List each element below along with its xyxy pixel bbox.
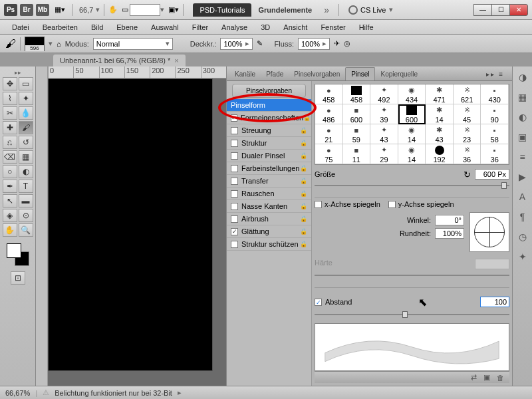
screen-mode-icon[interactable]: ▣▾ [168, 5, 179, 14]
menu-bearbeiten[interactable]: Bearbeiten [36, 21, 84, 33]
panel-tab[interactable]: Kopierquelle [375, 68, 423, 80]
eraser-tool[interactable]: ⌫ [3, 150, 17, 164]
brush-option-item[interactable]: Airbrush🔒 [227, 213, 311, 225]
brush-cell[interactable]: ✱14 [426, 104, 454, 124]
lasso-tool[interactable]: ⌇ [3, 92, 17, 105]
brush-preset-swatch[interactable] [25, 37, 45, 51]
new-icon[interactable]: ▣ [483, 373, 490, 382]
tablet-opacity-icon[interactable]: ✎ [257, 39, 263, 48]
workspace-more-icon[interactable]: » [324, 5, 329, 15]
history-tool[interactable]: ↺ [19, 136, 33, 149]
brush-cell[interactable]: ◉14 [398, 124, 426, 144]
reset-icon[interactable]: ↻ [464, 170, 471, 180]
brush-cell[interactable]: ✦39 [370, 104, 398, 124]
dock-char-icon[interactable]: A [516, 190, 529, 203]
brush-cell[interactable]: ✦492 [370, 84, 398, 104]
heal-tool[interactable]: ✚ [3, 121, 17, 134]
hand-icon[interactable]: ✋ [108, 5, 118, 14]
roundness-field[interactable] [435, 228, 464, 239]
brush-panel-icon[interactable]: ⌂ [57, 40, 61, 48]
menu-fenster[interactable]: Fenster [314, 21, 352, 33]
workspace-tab-dark[interactable]: PSD-Tutorials [193, 3, 251, 17]
menu-3d[interactable]: 3D [254, 21, 277, 33]
brush-cell[interactable]: ●21 [315, 124, 343, 144]
brush-cell[interactable]: 600 [398, 104, 426, 124]
wand-tool[interactable]: ✦ [19, 92, 33, 105]
3d-tool[interactable]: ◈ [3, 209, 17, 222]
brush-tool[interactable]: 🖌 [19, 121, 33, 134]
menu-filter[interactable]: Filter [186, 21, 215, 33]
airbrush-icon[interactable]: ✈ [334, 39, 340, 48]
brush-cell[interactable]: ✦43 [370, 124, 398, 144]
brush-cell[interactable]: ◉14 [398, 144, 426, 164]
view-icon[interactable]: ▭ [122, 5, 128, 14]
brush-cell[interactable]: 192 [426, 144, 454, 164]
angle-dial[interactable] [469, 212, 509, 252]
brush-cell[interactable]: ✱471 [426, 84, 454, 104]
spacing-value[interactable]: 100 [480, 297, 509, 307]
trash-icon[interactable]: 🗑 [497, 374, 504, 382]
workspace-tab-light[interactable]: Grundelemente [251, 3, 319, 17]
brush-cell[interactable]: ※621 [454, 84, 481, 104]
quickmask-icon[interactable]: ⊡ [11, 271, 25, 285]
dodge-tool[interactable]: ◐ [19, 165, 33, 178]
size-value[interactable]: 600 Px [475, 169, 509, 180]
film-icon[interactable]: ▦▾ [55, 5, 65, 14]
dock-play-icon[interactable]: ▶ [516, 170, 529, 184]
maximize-button[interactable]: ☐ [491, 4, 510, 16]
panel-menu-icon[interactable]: ▸▸ ≡ [481, 68, 509, 80]
close-button[interactable]: ✕ [509, 4, 528, 16]
brush-option-item[interactable]: Pinselform [227, 99, 311, 112]
brush-option-item[interactable]: Dualer Pinsel🔒 [227, 150, 311, 162]
brush-option-item[interactable]: Streuung🔒 [227, 124, 311, 137]
status-zoom[interactable]: 66,67% [5, 389, 30, 397]
hand-tool[interactable]: ✋ [3, 223, 17, 237]
spacing-slider[interactable] [315, 310, 509, 319]
brush-grid[interactable]: ●458458✦492◉434✱471※621▪430●486■600✦3960… [315, 84, 509, 165]
brush-cell[interactable]: ※23 [454, 124, 481, 144]
path-tool[interactable]: ↖ [3, 194, 17, 207]
brush-cell[interactable]: ●458 [315, 84, 343, 104]
brush-cell[interactable]: ●75 [315, 144, 343, 164]
brush-cell[interactable]: ■600 [343, 104, 371, 124]
camera-tool[interactable]: ⊙ [19, 209, 33, 222]
brush-cell[interactable]: ◉434 [398, 84, 426, 104]
toggle-icon[interactable]: ⇄ [471, 373, 477, 382]
brush-option-item[interactable]: Farbeinstellungen🔒 [227, 162, 311, 175]
arrange-docs[interactable] [130, 4, 160, 16]
menu-ebene[interactable]: Ebene [110, 21, 144, 33]
brush-cell[interactable]: ✦29 [370, 144, 398, 164]
menu-auswahl[interactable]: Auswahl [144, 21, 186, 33]
panel-tab[interactable]: Kanäle [229, 68, 261, 80]
crop-tool[interactable]: ✂ [3, 106, 17, 120]
brush-cell[interactable]: ■11 [343, 144, 371, 164]
mb-icon[interactable]: Mb [36, 4, 49, 16]
menu-datei[interactable]: Datei [5, 21, 36, 33]
minimize-button[interactable]: — [473, 4, 492, 16]
brush-option-item[interactable]: Nasse Kanten🔒 [227, 200, 311, 213]
dock-adjust-icon[interactable]: ◐ [516, 110, 529, 124]
pen-tool[interactable]: ✒ [3, 180, 17, 193]
tablet-size-icon[interactable]: ◎ [344, 39, 350, 48]
angle-field[interactable] [435, 215, 464, 225]
color-swatches[interactable] [7, 243, 29, 266]
shape-tool[interactable]: ▬ [19, 194, 33, 207]
brush-cell[interactable]: ▪36 [481, 144, 509, 164]
spacing-checkbox[interactable]: ✓ [315, 299, 322, 306]
size-slider[interactable] [315, 181, 509, 190]
menu-bild[interactable]: Bild [84, 21, 110, 33]
canvas[interactable] [48, 78, 213, 371]
brush-cell[interactable]: ▪58 [481, 124, 509, 144]
brush-cell[interactable]: ▪430 [481, 84, 509, 104]
brush-option-item[interactable]: Transfer🔒 [227, 175, 311, 188]
brush-option-item[interactable]: Struktur schützen🔒 [227, 238, 311, 251]
brush-option-item[interactable]: Rauschen🔒 [227, 188, 311, 200]
opacity-field[interactable]: 100%▸ [220, 38, 252, 50]
brush-cell[interactable]: ▪90 [481, 104, 509, 124]
brush-cell[interactable]: ※36 [454, 144, 481, 164]
eyedropper-tool[interactable]: 💧 [19, 106, 33, 120]
panel-tab[interactable]: Pinselvorgaben [289, 68, 345, 80]
brush-option-item[interactable]: Struktur🔒 [227, 137, 311, 150]
menu-ansicht[interactable]: Ansicht [277, 21, 314, 33]
zoom-tool[interactable]: 🔍 [19, 223, 33, 237]
